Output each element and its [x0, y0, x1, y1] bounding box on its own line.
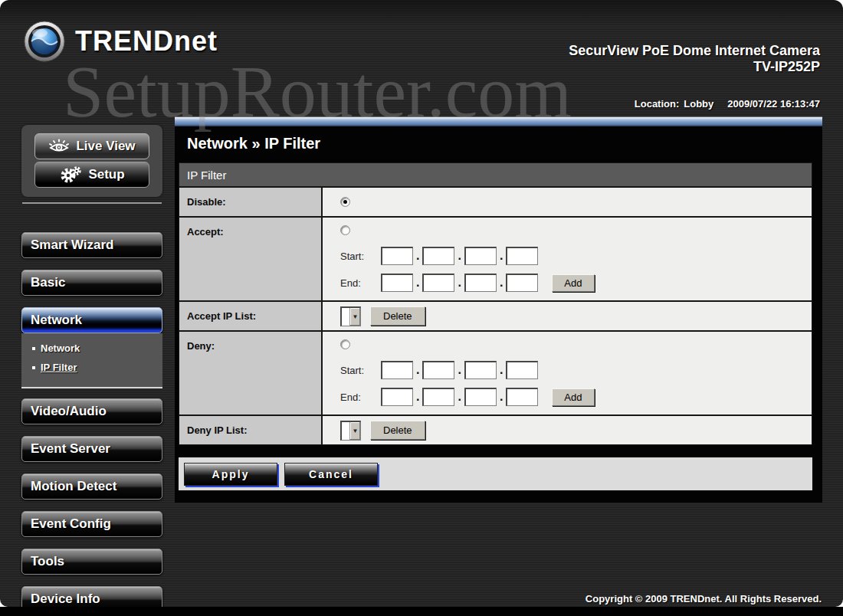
submenu-item-network[interactable]: Network	[32, 342, 162, 354]
sidebar-item-smart-wizard[interactable]: Smart Wizard	[21, 232, 162, 258]
setup-label: Setup	[88, 167, 124, 182]
deny-start-octet-4[interactable]	[506, 361, 538, 379]
apply-button[interactable]: Apply	[184, 463, 277, 486]
chevron-down-icon[interactable]: ▼	[349, 308, 360, 326]
sidebar-item-device-info[interactable]: Device Info	[21, 586, 162, 607]
sidebar-item-tools[interactable]: Tools	[21, 549, 162, 575]
accept-end-line: End: . . . Add	[340, 274, 812, 292]
sidebar-divider	[22, 202, 162, 204]
accept-ip-list-label: Accept IP List:	[179, 302, 323, 330]
disable-radio[interactable]	[340, 197, 350, 207]
bottom-edge	[0, 607, 843, 616]
trendnet-globe-icon	[23, 20, 66, 63]
setup-button[interactable]: Setup	[34, 162, 149, 188]
deny-end-octet-3[interactable]	[464, 388, 497, 406]
accept-end-octet-3[interactable]	[464, 274, 497, 292]
page-background: TRENDnet SecurView PoE Dome Internet Cam…	[0, 0, 843, 607]
datetime: 2009/07/22 16:13:47	[727, 98, 820, 110]
sidebar: Live View Setup Smart Wizard	[21, 125, 162, 607]
accept-row: Accept: Start: . . . End: .	[179, 216, 812, 300]
accept-end-octet-4[interactable]	[506, 274, 538, 292]
chevron-down-icon[interactable]: ▼	[349, 422, 360, 440]
accept-start-octet-1[interactable]	[381, 247, 413, 265]
bullet-icon	[32, 347, 35, 350]
ip-dot: .	[500, 276, 503, 290]
submenu-network-label: Network	[41, 342, 80, 354]
deny-ip-list-row: Deny IP List: ▼ Delete	[179, 414, 812, 444]
bullet-icon	[32, 366, 35, 369]
accept-start-line: Start: . . .	[340, 247, 812, 265]
accept-end-octet-1[interactable]	[381, 274, 413, 292]
location-label: Location:	[635, 98, 680, 110]
accept-ip-list-select[interactable]: ▼	[340, 306, 361, 326]
network-submenu: Network IP Filter	[21, 333, 162, 388]
camera-web-ui: TRENDnet SecurView PoE Dome Internet Cam…	[0, 0, 843, 616]
end-label: End:	[340, 277, 381, 289]
sidebar-item-video-audio[interactable]: Video/Audio	[21, 398, 162, 424]
sidebar-item-event-server[interactable]: Event Server	[21, 436, 162, 462]
accept-radio[interactable]	[340, 225, 350, 235]
ip-dot: .	[416, 390, 419, 404]
live-view-label: Live View	[76, 139, 135, 154]
breadcrumb: Network » IP Filter	[175, 126, 822, 162]
accept-end-octet-2[interactable]	[422, 274, 454, 292]
sidebar-item-event-config[interactable]: Event Config	[21, 511, 162, 537]
sidebar-item-network[interactable]: Network	[21, 307, 162, 333]
deny-end-line: End: . . . Add	[340, 388, 812, 406]
deny-end-octet-1[interactable]	[381, 388, 413, 406]
accept-start-octet-4[interactable]	[506, 247, 538, 265]
ip-dot: .	[500, 363, 503, 377]
ip-dot: .	[458, 363, 461, 377]
deny-ip-list-label: Deny IP List:	[179, 416, 323, 444]
gear-icon	[59, 165, 82, 184]
deny-start-octet-1[interactable]	[381, 361, 413, 379]
submenu-item-ip-filter[interactable]: IP Filter	[32, 362, 162, 373]
ip-dot: .	[416, 276, 419, 290]
start-label: Start:	[340, 251, 381, 262]
view-mode-panel: Live View Setup	[21, 125, 162, 197]
deny-row: Deny: Start: . . . End: .	[179, 330, 812, 414]
deny-end-octet-4[interactable]	[506, 388, 538, 406]
submenu-ip-filter-label: IP Filter	[41, 362, 77, 373]
disable-row: Disable:	[179, 186, 812, 216]
sidebar-item-basic[interactable]: Basic	[21, 270, 162, 296]
setup-nav: Smart Wizard Basic Network Network IP Fi…	[21, 232, 162, 607]
section-title: IP Filter	[179, 163, 812, 186]
live-view-button[interactable]: Live View	[34, 133, 149, 159]
location-value: Lobby	[684, 98, 713, 110]
deny-radio[interactable]	[340, 339, 350, 349]
ip-dot: .	[500, 390, 503, 404]
accept-start-octet-2[interactable]	[422, 247, 454, 265]
end-label: End:	[340, 392, 381, 403]
ip-dot: .	[458, 276, 461, 290]
accept-add-button[interactable]: Add	[552, 274, 594, 292]
sidebar-item-motion-detect[interactable]: Motion Detect	[21, 473, 162, 500]
brand-logo: TRENDnet	[23, 20, 218, 63]
disable-label: Disable:	[179, 188, 323, 216]
product-name: SecurView PoE Dome Internet Camera	[569, 43, 820, 59]
ip-filter-form: IP Filter Disable: Accept: Start:	[179, 162, 812, 445]
ip-dot: .	[416, 249, 419, 263]
deny-end-octet-2[interactable]	[422, 388, 454, 406]
deny-start-line: Start: . . .	[340, 361, 812, 379]
accept-start-octet-3[interactable]	[464, 247, 497, 265]
status-bar: Location:Lobby2009/07/22 16:13:47	[630, 98, 820, 110]
ip-dot: .	[500, 249, 503, 263]
product-model: TV-IP252P	[569, 59, 820, 75]
ip-dot: .	[458, 390, 461, 404]
action-bar: Apply Cancel	[179, 457, 812, 490]
ip-dot: .	[416, 363, 419, 377]
accept-label: Accept:	[179, 218, 323, 300]
deny-add-button[interactable]: Add	[552, 388, 594, 406]
accept-delete-button[interactable]: Delete	[370, 306, 425, 326]
deny-start-octet-3[interactable]	[464, 361, 497, 379]
deny-ip-list-select[interactable]: ▼	[340, 421, 361, 441]
main-content: Network » IP Filter IP Filter Disable: A…	[175, 116, 822, 503]
start-label: Start:	[340, 365, 381, 376]
deny-delete-button[interactable]: Delete	[370, 421, 425, 440]
deny-start-octet-2[interactable]	[422, 361, 454, 379]
ip-dot: .	[458, 249, 461, 263]
cancel-button[interactable]: Cancel	[284, 463, 378, 486]
accept-ip-list-row: Accept IP List: ▼ Delete	[179, 300, 812, 330]
deny-label: Deny:	[179, 332, 323, 414]
